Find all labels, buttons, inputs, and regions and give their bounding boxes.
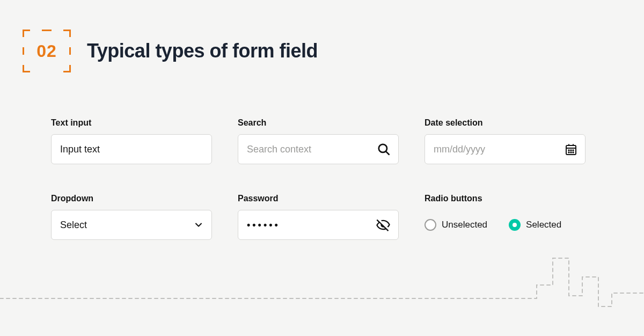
eye-off-icon[interactable] xyxy=(376,217,391,232)
radio-label: Radio buttons xyxy=(425,194,586,203)
radio-selected[interactable]: Selected xyxy=(509,219,561,231)
svg-line-1 xyxy=(386,151,389,154)
svg-point-6 xyxy=(568,150,569,151)
search-group: Search Search context xyxy=(238,118,399,164)
frame-tick xyxy=(42,30,52,31)
svg-point-7 xyxy=(570,150,572,151)
svg-point-11 xyxy=(573,152,574,153)
frame-corner xyxy=(63,65,71,72)
date-placeholder: mm/dd/yyyy xyxy=(434,144,485,155)
radio-unselected[interactable]: Unselected xyxy=(425,219,487,231)
dropdown-value: Select xyxy=(60,220,87,231)
password-field[interactable]: •••••• xyxy=(238,210,399,240)
search-field[interactable]: Search context xyxy=(238,134,399,164)
frame-corner xyxy=(63,30,71,37)
decorative-wave xyxy=(0,242,644,317)
page-header: 02 Typical types of form field xyxy=(0,0,644,72)
text-input-field[interactable]: Input text xyxy=(51,134,212,164)
section-number: 02 xyxy=(36,41,57,61)
radio-selected-label: Selected xyxy=(526,220,561,230)
date-label: Date selection xyxy=(425,118,586,128)
svg-point-8 xyxy=(573,150,574,151)
calendar-icon xyxy=(565,143,577,156)
text-input-label: Text input xyxy=(51,118,212,128)
search-placeholder: Search context xyxy=(247,144,311,155)
date-group: Date selection mm/dd/yyyy xyxy=(425,118,586,164)
page-title: Typical types of form field xyxy=(87,40,318,62)
password-masked: •••••• xyxy=(247,220,280,231)
text-input-value: Input text xyxy=(60,144,100,155)
password-label: Password xyxy=(238,194,399,203)
date-field[interactable]: mm/dd/yyyy xyxy=(425,134,586,164)
dropdown-label: Dropdown xyxy=(51,194,212,203)
radio-group: Radio buttons Unselected Selected xyxy=(425,194,586,240)
frame-tick xyxy=(23,47,24,55)
radio-circle-selected-icon xyxy=(509,219,521,231)
password-group: Password •••••• xyxy=(238,194,399,240)
dropdown-group: Dropdown Select xyxy=(51,194,212,240)
form-fields-grid: Text input Input text Search Search cont… xyxy=(0,72,644,240)
svg-point-9 xyxy=(568,152,569,153)
text-input-group: Text input Input text xyxy=(51,118,212,164)
frame-tick xyxy=(69,47,71,55)
frame-corner xyxy=(23,65,30,72)
svg-point-10 xyxy=(570,152,572,153)
search-icon xyxy=(377,142,391,156)
section-number-frame: 02 xyxy=(23,30,71,72)
radio-circle-unselected-icon xyxy=(425,219,436,231)
dropdown-field[interactable]: Select xyxy=(51,210,212,240)
radio-unselected-label: Unselected xyxy=(442,220,487,230)
radio-options: Unselected Selected xyxy=(425,210,586,240)
frame-corner xyxy=(23,30,30,37)
search-label: Search xyxy=(238,118,399,128)
chevron-down-icon xyxy=(193,220,204,230)
